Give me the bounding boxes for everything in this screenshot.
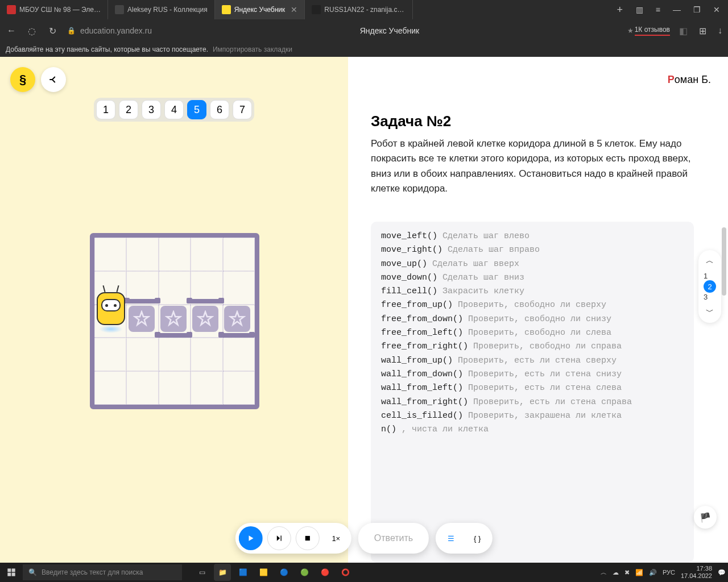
minimize-button[interactable]: ―: [673, 5, 681, 14]
chevron-up-icon[interactable]: ︿: [706, 256, 714, 266]
lock-icon: 🔒: [67, 27, 76, 35]
speed-button[interactable]: 1×: [324, 526, 348, 550]
chevron-down-icon[interactable]: ﹀: [706, 307, 714, 317]
app-logo[interactable]: §: [10, 67, 35, 92]
nav-back-button[interactable]: ←: [6, 26, 17, 36]
tab-label: Яндекс Учебник: [234, 6, 286, 14]
address-bar[interactable]: 🔒 education.yandex.ru: [67, 26, 152, 35]
page-title: Яндекс Учебник: [360, 26, 419, 35]
taskbar-search[interactable]: 🔍 Введите здесь текст для поиска: [23, 564, 182, 580]
tab-label: МБОУ СШ № 98 — Электр: [19, 6, 101, 14]
tab-close-icon[interactable]: ✕: [291, 5, 297, 14]
taskbar-app-3[interactable]: 🟨: [255, 564, 272, 581]
command-line: move_right() Сделать шаг вправо: [381, 243, 684, 257]
svg-rect-1: [305, 536, 310, 541]
pager-4[interactable]: 4: [164, 100, 184, 119]
tab-label: RUSS1AN22 - znanija.com: [324, 6, 406, 14]
subtask-1[interactable]: 1: [704, 272, 716, 280]
command-line: cell_is_filled() Проверить, закрашена ли…: [381, 409, 684, 423]
subtask-nav: ︿ 123 ﹀: [698, 250, 721, 323]
pager-6[interactable]: 6: [210, 100, 229, 119]
svg-rect-5: [12, 573, 15, 576]
reviews-badge[interactable]: ★ 1К отзывов: [627, 26, 670, 36]
subtask-3[interactable]: 3: [704, 293, 716, 301]
tray-cloud-icon[interactable]: ☁: [613, 569, 619, 576]
code-view-button[interactable]: { }: [465, 526, 489, 550]
pager-5[interactable]: 5: [187, 100, 206, 119]
target-cell: [129, 306, 155, 332]
command-line: wall_from_left() Проверить, есть ли стен…: [381, 381, 684, 395]
pager-1[interactable]: 1: [96, 100, 115, 119]
taskbar-app-6[interactable]: 🔴: [316, 564, 333, 581]
pager-2[interactable]: 2: [119, 100, 138, 119]
svg-rect-4: [7, 573, 11, 576]
import-bookmarks-link[interactable]: Импортировать закладки: [213, 45, 292, 53]
command-line: free_from_right() Проверить, свободно ли…: [381, 340, 684, 354]
windows-taskbar: 🔍 Введите здесь текст для поиска ▭ 📁 🟦 🟨…: [0, 563, 728, 582]
subtask-2[interactable]: 2: [704, 280, 716, 293]
tray-x-icon[interactable]: ✖: [624, 569, 630, 576]
tray-wifi-icon[interactable]: 📶: [635, 569, 643, 576]
browser-tab-3[interactable]: RUSS1AN22 - znanija.com: [305, 0, 413, 19]
search-icon: 🔍: [28, 568, 37, 576]
scrollbar[interactable]: [720, 114, 728, 543]
answer-button[interactable]: Ответить: [358, 523, 429, 554]
username[interactable]: Роман Б.: [668, 74, 711, 86]
sidebar-icon[interactable]: ▥: [636, 5, 643, 14]
tab-favicon: [115, 5, 124, 14]
tray-volume-icon[interactable]: 🔊: [649, 569, 657, 576]
tab-label: Aleksey RUS - Коллекция: [127, 6, 208, 14]
downloads-icon[interactable]: ↓: [718, 26, 722, 36]
taskbar-app-1[interactable]: 📁: [214, 564, 231, 581]
tray-lang[interactable]: РУС: [663, 569, 675, 576]
tab-favicon: [7, 5, 16, 14]
command-line: fill_cell() Закрасить клетку: [381, 285, 684, 298]
taskbar-clock[interactable]: 17:38 17.04.2022: [681, 565, 712, 580]
maximize-button[interactable]: ❐: [693, 5, 701, 14]
step-button[interactable]: [267, 526, 291, 550]
taskbar-app-2[interactable]: 🟦: [234, 564, 251, 581]
command-line: free_from_down() Проверить, свободно ли …: [381, 313, 684, 326]
close-button[interactable]: ✕: [713, 5, 720, 14]
browser-tabs: МБОУ СШ № 98 — ЭлектрAleksey RUS - Колле…: [0, 0, 612, 19]
svg-rect-2: [7, 568, 11, 572]
reload-button[interactable]: ↻: [47, 26, 58, 36]
new-tab-button[interactable]: +: [612, 4, 628, 16]
tab-favicon: [222, 5, 231, 14]
bookmark-hint: Добавляйте на эту панель сайты, которые …: [6, 45, 208, 53]
command-line: move_left() Сделать шаг влево: [381, 230, 684, 243]
command-line: free_from_left() Проверить, свободно ли …: [381, 326, 684, 340]
command-line: n() , чиста ли клетка: [381, 423, 684, 436]
command-line: move_down() Сделать шаг вниз: [381, 271, 684, 285]
pager-7[interactable]: 7: [233, 100, 252, 119]
browser-tab-0[interactable]: МБОУ СШ № 98 — Электр: [0, 0, 108, 19]
tray-notifications-icon[interactable]: 💬: [718, 569, 726, 576]
text-view-button[interactable]: ☰: [439, 526, 463, 550]
pager-3[interactable]: 3: [142, 100, 161, 119]
bookmark-icon[interactable]: ◧: [679, 26, 688, 36]
tray-chevron-icon[interactable]: ︿: [601, 568, 607, 577]
yandex-icon[interactable]: ◌: [26, 26, 38, 36]
svg-rect-3: [12, 568, 15, 572]
task-panel: Роман Б. Задача №2 Робот в крайней левой…: [348, 57, 728, 563]
svg-rect-0: [280, 535, 281, 541]
report-button[interactable]: 🏴: [694, 506, 717, 529]
task-description: Робот в крайней левой клетке коридора дл…: [371, 136, 694, 196]
taskbar-app-7[interactable]: ⭕: [337, 564, 354, 581]
menu-icon[interactable]: ≡: [656, 5, 660, 14]
taskbar-app-5[interactable]: 🟢: [296, 564, 313, 581]
back-button[interactable]: [41, 67, 66, 92]
browser-tab-1[interactable]: Aleksey RUS - Коллекция: [108, 0, 215, 19]
game-panel: § 1234567: [0, 57, 348, 563]
taskbar-app-4[interactable]: 🔵: [275, 564, 292, 581]
star-icon: ★: [627, 27, 634, 35]
page-content: § 1234567: [0, 57, 728, 563]
browser-tab-2[interactable]: Яндекс Учебник✕: [215, 0, 305, 19]
robot-field: [90, 233, 259, 409]
command-line: free_from_up() Проверить, свободно ли св…: [381, 298, 684, 312]
play-button[interactable]: [239, 526, 263, 550]
task-view-icon[interactable]: ▭: [193, 564, 210, 581]
stop-button[interactable]: [296, 526, 320, 550]
extensions-icon[interactable]: ⊞: [699, 26, 706, 36]
start-button[interactable]: [0, 568, 23, 577]
